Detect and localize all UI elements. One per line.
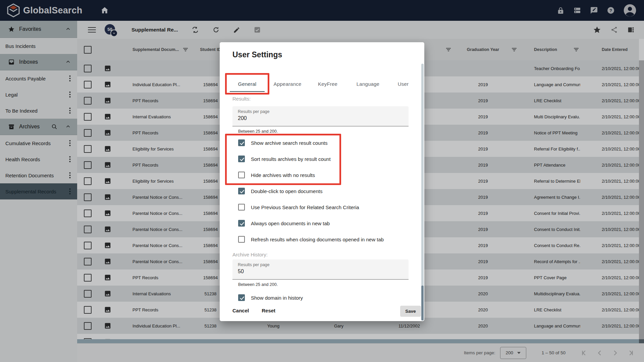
checkbox[interactable] [238,156,245,162]
field-helper: Between 25 and 200. [238,129,278,134]
results-section-label: Results: [232,96,251,102]
globalsearch-app: GlobalSearch ? Favorites [0,0,644,362]
settings-checkbox-list: Show archive search result counts Sort r… [238,135,384,247]
results-per-page-field[interactable]: Results per page 200 [232,106,409,126]
settings-checkbox-row[interactable]: Refresh results when closing documents o… [238,231,384,247]
dialog-title: User Settings [232,50,282,59]
history-results-per-page-field[interactable]: Results per page 50 [232,259,409,280]
settings-tab[interactable]: Appearance [267,76,308,92]
checkbox-label: Show domain in history [251,295,303,301]
modal-scrollbar-track[interactable] [421,64,424,320]
settings-checkbox-row[interactable]: Always open documents in new tab [238,215,384,231]
settings-checkbox-row[interactable]: Use Previous Search for Related Search C… [238,199,384,215]
show-domain-checkbox-row[interactable]: Show domain in history [238,290,303,306]
checkbox-label: Sort results archives by result count [251,156,331,162]
checkbox[interactable] [238,188,245,194]
checkbox-label: Hide archives with no results [251,172,315,178]
checkbox[interactable] [238,204,245,210]
checkbox[interactable] [238,294,245,301]
settings-tab[interactable]: Language [348,76,388,92]
field-helper: Between 25 and 200. [238,282,278,287]
save-button[interactable]: Save [400,306,421,317]
archive-history-section-label: Archive History: [232,252,268,257]
checkbox-label: Use Previous Search for Related Search C… [251,204,359,210]
cancel-button[interactable]: Cancel [232,308,249,313]
settings-tab[interactable]: General [227,76,267,92]
checkbox-label: Double-click to open documents [251,188,322,194]
checkbox-label: Always open documents in new tab [251,221,330,226]
settings-tab[interactable]: User [388,76,418,92]
settings-checkbox-row[interactable]: Sort results archives by result count [238,151,384,167]
settings-tab[interactable]: KeyFree [308,76,348,92]
field-value: 200 [238,115,403,121]
user-settings-dialog: User Settings GeneralAppearanceKeyFreeLa… [220,42,424,321]
settings-tabs: GeneralAppearanceKeyFreeLanguageUser [227,76,418,92]
field-label: Results per page [238,109,403,114]
checkbox-label: Show archive search result counts [251,140,327,146]
modal-scrollbar-thumb[interactable] [421,286,424,320]
checkbox[interactable] [238,220,245,227]
checkbox-label: Refresh results when closing documents o… [251,237,384,242]
field-label: Results per page [238,262,403,267]
settings-checkbox-row[interactable]: Show archive search result counts [238,135,384,151]
checkbox[interactable] [238,236,245,243]
checkbox[interactable] [238,139,245,146]
checkbox[interactable] [238,172,245,178]
reset-button[interactable]: Reset [262,308,275,313]
settings-checkbox-row[interactable]: Double-click to open documents [238,183,384,199]
settings-checkbox-row[interactable]: Hide archives with no results [238,167,384,183]
field-value: 50 [238,268,403,275]
